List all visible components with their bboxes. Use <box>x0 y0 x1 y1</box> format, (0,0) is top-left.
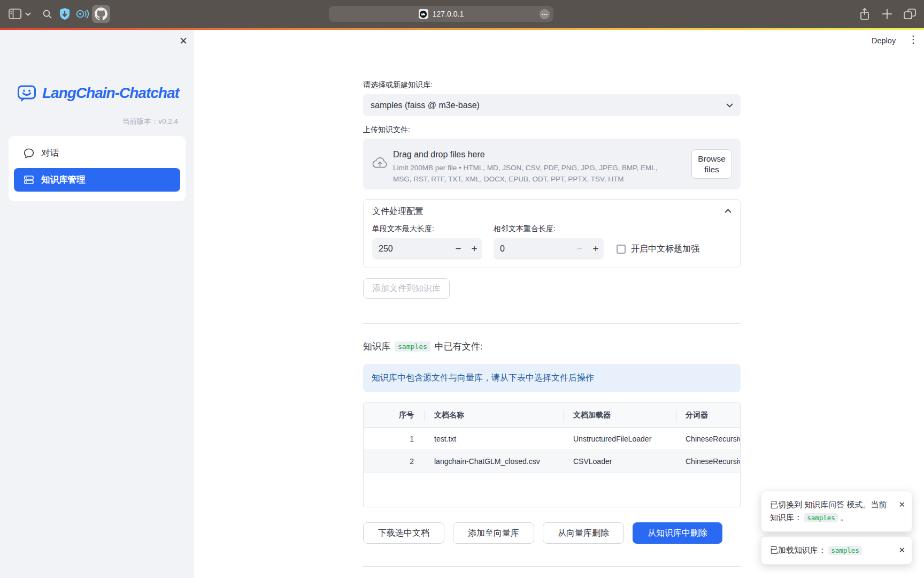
cell-splitter: ChineseRecursiveT <box>676 428 741 450</box>
chunk-size-label: 单段文本最大长度: <box>372 224 482 238</box>
kb-name-code: samples <box>395 341 430 352</box>
cell-index: 1 <box>364 428 425 450</box>
delete-from-kb-button[interactable]: 从知识库中删除 <box>633 522 722 544</box>
github-icon <box>95 7 107 20</box>
sidebar-toggle-icon[interactable] <box>7 0 22 28</box>
toast-text: 已加载知识库： <box>770 545 826 554</box>
sidebar-item-knowledge-base[interactable]: 知识库管理 <box>14 168 180 192</box>
table-actions: 下载选中文档 添加至向量库 从向量库删除 从知识库中删除 <box>363 522 722 544</box>
screen: 127.0.0.1 … ✕ <box>0 0 924 578</box>
chunk-size-value[interactable]: 250 <box>379 244 450 254</box>
zh-title-enhance-checkbox[interactable]: 开启中文标题加强 <box>617 224 699 255</box>
dropzone-title: Drag and drop files here <box>393 149 676 160</box>
chevron-down-icon <box>726 103 733 108</box>
app-menu-icon[interactable]: ⋮ <box>907 33 920 48</box>
browser-toolbar: 127.0.0.1 … <box>0 0 924 28</box>
overlap-field: 相邻文本重合长度: 0 − + <box>494 224 604 260</box>
url-text: 127.0.0.1 <box>433 10 464 18</box>
file-config-expander: 文件处理配置 单段文本最大长度: 250 − + 相邻文本重合长度: 0 − + <box>363 199 741 268</box>
toolbar-separator <box>21 9 22 19</box>
cell-name: test.txt <box>425 428 564 450</box>
app-logo-text: LangChain-Chatchat <box>42 85 179 102</box>
toast-code: samples <box>828 546 862 555</box>
live-circles-icon[interactable] <box>75 0 90 28</box>
app-logo-icon <box>16 82 37 104</box>
files-table: 序号 文档名称 文档加载器 分词器 1 test.txt Unstructure… <box>363 402 741 507</box>
delete-from-vectorstore-button[interactable]: 从向量库删除 <box>543 522 624 544</box>
toast-text: 。 <box>840 513 848 522</box>
dropzone-limit: Limit 200MB per file • HTML, MD, JSON, C… <box>393 162 676 185</box>
site-favicon <box>419 9 428 19</box>
toast-code: samples <box>804 513 838 522</box>
cloud-upload-icon <box>372 156 388 170</box>
search-icon[interactable] <box>41 0 53 28</box>
shield-download-icon[interactable] <box>58 0 72 28</box>
sidebar: ✕ LangChain-Chatchat 当前版本：v0.2.4 对话 <box>0 30 194 578</box>
info-alert: 知识库中包含源文件与向量库，请从下表中选择文件后操作 <box>363 364 741 392</box>
cell-loader: CSVLoader <box>564 450 676 472</box>
cell-loader: UnstructuredFileLoader <box>564 428 676 450</box>
browse-files-button[interactable]: Browse files <box>691 149 732 179</box>
version-label: 当前版本：v0.2.4 <box>122 117 178 126</box>
table-row[interactable]: 1 test.txt UnstructuredFileLoader Chines… <box>364 428 741 450</box>
share-icon[interactable] <box>857 0 873 28</box>
col-header-loader[interactable]: 文档加载器 <box>564 403 676 427</box>
chunk-size-input[interactable]: 250 − + <box>372 238 482 260</box>
chunk-minus-button[interactable]: − <box>450 243 466 255</box>
cell-index: 2 <box>364 450 425 472</box>
app-logo: LangChain-Chatchat <box>16 82 179 104</box>
divider <box>363 323 741 324</box>
toast-close-icon[interactable]: ✕ <box>898 498 905 511</box>
github-tab-button[interactable] <box>92 5 110 23</box>
sidebar-close-icon[interactable]: ✕ <box>176 34 190 48</box>
checkbox-label: 开启中文标题加强 <box>631 244 699 255</box>
upload-label: 上传知识文件: <box>363 125 410 135</box>
page-settings-icon[interactable]: … <box>540 9 550 19</box>
table-header: 序号 文档名称 文档加载器 分词器 <box>364 403 741 428</box>
kb-files-heading: 知识库 samples 中已有文件: <box>363 340 483 353</box>
chunk-size-field: 单段文本最大长度: 250 − + <box>372 224 482 260</box>
deploy-button[interactable]: Deploy <box>872 36 896 45</box>
checkbox-box[interactable] <box>617 245 626 254</box>
tabs-overview-icon[interactable] <box>902 0 918 28</box>
kb-select-value: samples (faiss @ m3e-base) <box>371 101 726 110</box>
cell-name: langchain-ChatGLM_closed.csv <box>425 450 564 472</box>
sidebar-item-label: 对话 <box>41 147 59 159</box>
expander-title: 文件处理配置 <box>372 206 424 217</box>
chevron-down-icon[interactable] <box>24 0 32 28</box>
kb-select-label: 请选择或新建知识库: <box>363 80 433 90</box>
add-files-button[interactable]: 添加文件到知识库 <box>363 278 450 299</box>
sidebar-item-label: 知识库管理 <box>41 174 86 186</box>
add-to-vectorstore-button[interactable]: 添加至向量库 <box>453 522 534 544</box>
kb-select[interactable]: samples (faiss @ m3e-base) <box>363 94 741 116</box>
address-bar[interactable]: 127.0.0.1 … <box>329 6 553 22</box>
overlap-input[interactable]: 0 − + <box>494 238 604 260</box>
overlap-label: 相邻文本重合长度: <box>494 224 604 238</box>
file-dropzone[interactable]: Drag and drop files here Limit 200MB per… <box>363 139 741 189</box>
sidebar-item-chat[interactable]: 对话 <box>14 141 180 165</box>
table-row[interactable]: 2 langchain-ChatGLM_closed.csv CSVLoader… <box>364 450 741 473</box>
chunk-plus-button[interactable]: + <box>466 243 482 255</box>
download-selected-button[interactable]: 下载选中文档 <box>363 522 444 544</box>
col-header-name[interactable]: 文档名称 <box>425 403 564 427</box>
toast-kb-loaded: 已加载知识库： samples ✕ <box>761 536 912 565</box>
overlap-plus-button[interactable]: + <box>588 243 604 255</box>
cell-splitter: ChineseRecursiveT <box>676 450 741 472</box>
overlap-minus-button[interactable]: − <box>572 243 588 255</box>
chevron-up-icon[interactable] <box>725 209 732 213</box>
chat-bubble-icon <box>24 148 34 158</box>
col-header-splitter[interactable]: 分词器 <box>676 403 741 427</box>
toast-close-icon[interactable]: ✕ <box>898 544 905 557</box>
toast-mode-switched: 已切换到 知识库问答 模式。当前知识库： samples 。 ✕ <box>761 491 912 532</box>
new-tab-icon[interactable] <box>879 0 895 28</box>
stack-icon <box>24 174 34 185</box>
overlap-value[interactable]: 0 <box>500 244 572 254</box>
divider <box>363 566 741 567</box>
col-header-index[interactable]: 序号 <box>364 403 425 427</box>
sidebar-nav: 对话 知识库管理 <box>9 136 186 201</box>
